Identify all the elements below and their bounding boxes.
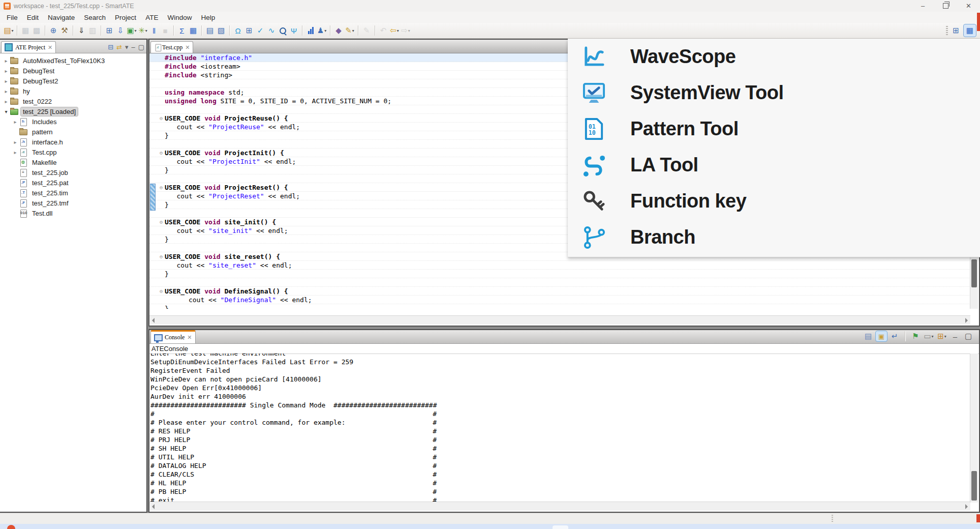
tree-item[interactable]: ▸hIncludes [0, 116, 146, 127]
close-window-button[interactable]: ✕ [957, 0, 980, 12]
ate-perspective-button[interactable]: ▦ [964, 24, 976, 37]
save-icon[interactable]: ▦ [20, 25, 30, 36]
scroll-left-icon[interactable] [152, 504, 155, 509]
user-run-icon[interactable]: ♟▾ [317, 25, 327, 36]
expand-arrow-icon[interactable]: ▾ [2, 109, 10, 114]
code-line[interactable]: } [149, 270, 970, 278]
minimize-view-icon[interactable]: – [131, 44, 135, 51]
la-tool-icon[interactable]: Ω [233, 25, 243, 36]
console-vscroll-thumb[interactable] [971, 471, 977, 501]
tab-console[interactable]: Console ✕ [150, 330, 196, 343]
tool-menu-item-wavescope[interactable]: WaveScope [568, 39, 980, 75]
tool-menu-item-branch[interactable]: Branch [568, 219, 980, 255]
expand-arrow-icon[interactable]: ▸ [2, 68, 10, 74]
console-hscrollbar[interactable] [149, 502, 970, 511]
fold-marker-icon[interactable]: ⊖ [149, 252, 165, 260]
tree-item[interactable]: .Ftest_225.tmf [0, 198, 146, 208]
fold-marker-icon[interactable]: ⊖ [149, 114, 165, 122]
display-console-icon[interactable]: ▭▾ [924, 331, 934, 342]
menu-search[interactable]: Search [79, 13, 110, 22]
tool-menu-item-pattern[interactable]: 0110Pattern Tool [568, 111, 980, 147]
tree-item[interactable]: 010Test.dll [0, 208, 146, 218]
code-line[interactable]: ⊖USER_CODE void DefineSignal() { [149, 287, 970, 296]
tree-item[interactable]: ▾test_225 [Loaded] [0, 106, 146, 116]
menu-window[interactable]: Window [163, 13, 196, 22]
download-icon[interactable]: ⇓ [76, 25, 86, 36]
sum-icon[interactable]: Σ [177, 25, 187, 36]
console-vscrollbar[interactable] [970, 354, 978, 503]
scroll-right-icon[interactable] [965, 318, 968, 323]
branch-icon[interactable]: Ψ [289, 25, 299, 36]
wavescope-wave-icon[interactable]: ∿ [266, 25, 277, 36]
view-menu-icon[interactable]: ▾ [125, 44, 129, 51]
systemview-check-icon[interactable]: ✓ [255, 25, 265, 36]
edit-pencil-icon[interactable]: ✎▾ [345, 25, 355, 36]
load-program-icon[interactable]: ⇩ [115, 25, 126, 36]
range-indicator-marker[interactable] [150, 184, 156, 211]
expand-arrow-icon[interactable]: ▸ [2, 89, 10, 94]
restore-window-button[interactable] [934, 0, 957, 12]
tree-item[interactable]: ◎Makefile [0, 157, 146, 167]
taskbar-app-icon[interactable] [7, 525, 15, 529]
tool-menu-item-funckey[interactable]: Function key [568, 183, 980, 219]
tree-item[interactable]: ▸DebugTest [0, 66, 146, 76]
build-settings-icon[interactable]: ⚒ [59, 25, 70, 36]
debug-ant-icon[interactable]: ✳▾ [138, 25, 148, 36]
toolbar-grip[interactable] [946, 26, 948, 35]
fold-marker-icon[interactable]: ⊖ [149, 218, 165, 226]
annotate-icon[interactable]: ✎ [361, 25, 372, 36]
tree-item[interactable]: .Ttest_225.tim [0, 188, 146, 198]
tree-item[interactable]: pattern [0, 127, 146, 137]
expand-arrow-icon[interactable]: ▸ [11, 139, 19, 145]
expand-arrow-icon[interactable]: ▸ [2, 58, 10, 64]
tab-ate-project[interactable]: ATE Project ✕ [1, 41, 56, 53]
menu-navigate[interactable]: Navigate [43, 13, 79, 22]
menu-project[interactable]: Project [110, 13, 141, 22]
tree-item[interactable]: .Ptest_225.pat [0, 178, 146, 188]
clear-console-icon[interactable]: ▤ [863, 331, 873, 342]
report-doc-icon[interactable]: ▤ [205, 25, 215, 36]
device-icon[interactable]: ▣▾ [127, 25, 137, 36]
save-all-icon[interactable]: ▩ [32, 25, 42, 36]
build-variable-icon[interactable]: ⊕ [48, 25, 58, 36]
code-line[interactable] [149, 278, 970, 287]
tree-item[interactable]: ▸.hinterface.h [0, 137, 146, 147]
scroll-right-icon[interactable] [965, 504, 968, 509]
taskbar-button[interactable] [553, 525, 568, 529]
close-icon[interactable]: ✕ [48, 44, 52, 51]
pin-console-icon[interactable]: ⚑ [910, 331, 921, 342]
fold-marker-icon[interactable]: ⊖ [149, 287, 165, 295]
close-icon[interactable]: ✕ [187, 334, 192, 341]
menu-help[interactable]: Help [196, 13, 220, 22]
package-icon[interactable]: ◆ [333, 25, 344, 36]
open-console-icon[interactable]: ⊞▾ [937, 331, 947, 342]
search-icon[interactable] [278, 25, 288, 36]
editor-vscroll-thumb[interactable] [971, 259, 977, 287]
tab-test-cpp[interactable]: .c Test.cpp ✕ [150, 41, 193, 53]
collapse-all-icon[interactable]: ⊟ [108, 44, 113, 51]
stop-icon[interactable]: ■ [160, 25, 170, 36]
open-perspective-button[interactable]: ⊞ [950, 24, 962, 37]
expand-arrow-icon[interactable]: ▸ [2, 99, 10, 104]
menu-file[interactable]: File [2, 13, 22, 22]
maximize-view-icon[interactable]: ▢ [138, 44, 144, 51]
tool-menu-item-systemview[interactable]: SystemView Tool [568, 75, 980, 111]
word-wrap-icon[interactable]: ↵ [890, 331, 900, 342]
tree-item[interactable]: ▸test_0222 [0, 96, 146, 106]
menu-edit[interactable]: Edit [22, 13, 43, 22]
bar-chart-icon[interactable] [305, 25, 316, 36]
minimize-console-icon[interactable]: – [950, 331, 960, 342]
code-line[interactable]: } [149, 304, 970, 309]
new-wizard-icon[interactable]: ▤▾ [4, 25, 14, 36]
menu-ate[interactable]: ATE [141, 13, 163, 22]
scroll-lock-icon[interactable]: ▣ [876, 331, 887, 341]
expand-arrow-icon[interactable]: ▸ [11, 119, 19, 125]
pattern-tool-icon[interactable]: ⊞ [244, 25, 254, 36]
editor-hscrollbar[interactable] [149, 315, 970, 325]
tree-item[interactable]: ▸AutoMixedTest_ToFlex10K3 [0, 55, 146, 66]
code-line[interactable]: cout << "DefineSignal" << endl; [149, 296, 970, 304]
pause-icon[interactable]: ‖ [149, 25, 159, 36]
expand-arrow-icon[interactable]: ▸ [11, 150, 19, 155]
tree-item[interactable]: ▸DebugTest2 [0, 76, 146, 86]
tree-item[interactable]: ▸hy [0, 86, 146, 96]
